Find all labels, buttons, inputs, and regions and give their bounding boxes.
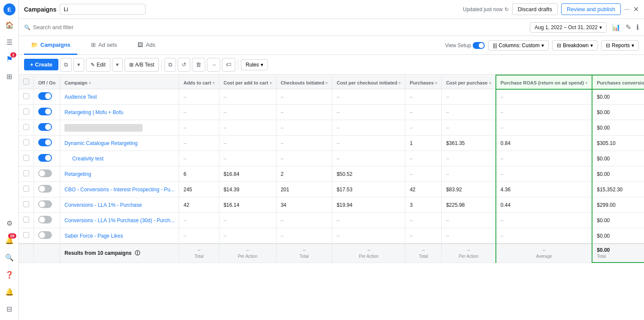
ads-icon: 🖼 bbox=[137, 42, 143, 48]
nav-campaigns[interactable]: 📁 Campaigns bbox=[24, 36, 77, 55]
move-button[interactable]: → bbox=[207, 58, 220, 72]
nav-right-controls: View Setup ||| Columns: Custom ▾ ⊟ Break… bbox=[445, 40, 639, 51]
th-purchases[interactable]: Purchases ▾ bbox=[405, 75, 442, 89]
th-cost-checkout[interactable]: Cost per checkout initiated ▾ bbox=[332, 75, 405, 89]
sidebar-home-icon[interactable]: 🏠 bbox=[2, 17, 17, 33]
review-publish-button[interactable]: Review and publish bbox=[561, 3, 621, 15]
row-checkbox[interactable] bbox=[19, 197, 34, 213]
refresh-icon[interactable]: ↻ bbox=[504, 6, 509, 12]
row-cost-per-checkout: – bbox=[332, 120, 405, 136]
table-row: Creativity test–––––––$0.00–– bbox=[19, 151, 644, 166]
nav-bar: 📁 Campaigns ⊞ Ad sets 🖼 Ads View Setup |… bbox=[19, 36, 644, 55]
row-toggle[interactable] bbox=[34, 213, 60, 228]
th-cost-add-to-cart[interactable]: Cost per add to cart ▾ bbox=[219, 75, 276, 89]
row-campaign[interactable]: Dynamic Catalogue Retargeting bbox=[60, 136, 179, 151]
campaigns-icon: 📁 bbox=[31, 42, 38, 48]
row-campaign[interactable]: Retargeting bbox=[60, 166, 179, 182]
row-checkbox[interactable] bbox=[19, 89, 34, 105]
more-options-button[interactable]: ··· bbox=[624, 6, 630, 13]
row-checkbox[interactable] bbox=[19, 228, 34, 244]
row-toggle[interactable] bbox=[34, 182, 60, 197]
th-checkouts[interactable]: Checkouts Initiated ▾ bbox=[276, 75, 332, 89]
row-adds-to-cart: 6 bbox=[179, 166, 219, 182]
discard-drafts-button[interactable]: Discard drafts bbox=[512, 3, 558, 15]
delete-button[interactable]: 🗑 bbox=[192, 58, 205, 72]
row-toggle[interactable] bbox=[34, 228, 60, 244]
row-conv-value: $0.00 bbox=[592, 166, 644, 182]
row-campaign[interactable]: Retargeting | Mofu + Bofu bbox=[60, 105, 179, 120]
sidebar-grid-icon[interactable]: ⊞ bbox=[2, 69, 17, 84]
nav-ad-sets[interactable]: ⊞ Ad sets bbox=[84, 36, 124, 55]
row-campaign[interactable]: Audience Test bbox=[60, 89, 179, 105]
row-conv-value: $305.10 bbox=[592, 136, 644, 151]
th-campaign[interactable]: Campaign ▾ bbox=[60, 75, 179, 89]
row-toggle[interactable] bbox=[34, 89, 60, 105]
row-campaign[interactable]: Conversions - LLA 1% Purchase (30d) - Pu… bbox=[60, 213, 179, 228]
info-circle-icon[interactable]: ℹ bbox=[636, 23, 639, 31]
row-toggle[interactable] bbox=[34, 120, 60, 136]
row-campaign[interactable]: Saber Force - Page Likes bbox=[60, 228, 179, 244]
chart-icon[interactable]: 📊 bbox=[612, 23, 620, 31]
row-toggle[interactable] bbox=[34, 136, 60, 151]
row-campaign[interactable]: ████████████ bbox=[60, 120, 179, 136]
row-checkouts: 2 bbox=[276, 166, 332, 182]
row-checkbox[interactable] bbox=[19, 213, 34, 228]
undo-button[interactable]: ↺ bbox=[178, 58, 190, 72]
close-button[interactable]: ✕ bbox=[633, 5, 639, 13]
campaigns-table-wrap[interactable]: Off / On Campaign ▾ Adds to cart ▾ Cost … bbox=[19, 75, 644, 320]
nav-ads[interactable]: 🖼 Ads bbox=[131, 36, 162, 55]
row-cost-per-checkout: – bbox=[332, 105, 405, 120]
row-campaign[interactable]: Conversions - LLA 1% - Purchase bbox=[60, 197, 179, 213]
th-purchases-conv-value[interactable]: Purchases conversion value ▾ bbox=[592, 75, 644, 89]
total-conv-value: $0.00Total bbox=[592, 244, 644, 263]
campaign-name-input[interactable] bbox=[60, 4, 146, 15]
edit-dropdown-button[interactable]: ▾ bbox=[112, 58, 123, 72]
ab-test-button[interactable]: ⊞ A/B Test bbox=[125, 58, 159, 72]
row-toggle[interactable] bbox=[34, 166, 60, 182]
sidebar-help-icon[interactable]: ❓ bbox=[2, 267, 17, 282]
dropdown-button[interactable]: ▾ bbox=[73, 58, 84, 72]
duplicate-button[interactable]: ⧉ bbox=[60, 58, 72, 72]
sidebar-alert-icon[interactable]: 🔔 bbox=[2, 284, 17, 299]
reports-button[interactable]: ⊟ Reports ▾ bbox=[601, 40, 639, 51]
row-checkbox[interactable] bbox=[19, 151, 34, 166]
row-toggle[interactable] bbox=[34, 197, 60, 213]
columns-button[interactable]: ||| Columns: Custom ▾ bbox=[488, 40, 549, 51]
copy-button[interactable]: ⧉ bbox=[164, 58, 176, 72]
breakdown-button[interactable]: ⊟ Breakdown ▾ bbox=[552, 40, 598, 51]
rules-button[interactable]: Rules ▾ bbox=[241, 59, 268, 70]
row-cost-per-purchase: – bbox=[442, 166, 496, 182]
sidebar-menu-icon[interactable]: ☰ bbox=[2, 34, 17, 50]
edit-button[interactable]: ✎ Edit bbox=[86, 58, 110, 72]
row-cost-per-checkout: $50.52 bbox=[332, 166, 405, 182]
sidebar-search-icon[interactable]: 🔍 bbox=[2, 250, 17, 265]
row-checkbox[interactable] bbox=[19, 120, 34, 136]
tag-button[interactable]: 🏷 bbox=[222, 58, 235, 72]
row-checkbox[interactable] bbox=[19, 182, 34, 197]
create-button[interactable]: + Create bbox=[24, 59, 58, 70]
view-setup-toggle[interactable]: View Setup bbox=[445, 42, 485, 49]
row-toggle[interactable] bbox=[34, 151, 60, 166]
row-checkbox[interactable] bbox=[19, 166, 34, 182]
row-purchases: 3 bbox=[405, 197, 442, 213]
date-range-picker[interactable]: Aug 1, 2022 – Oct 31, 2022 ▾ bbox=[530, 22, 607, 33]
sidebar-table-icon[interactable]: ⊟ bbox=[2, 301, 17, 317]
th-purchase-roas[interactable]: Purchase ROAS (return on ad spend) ▾ bbox=[496, 75, 592, 89]
row-checkbox[interactable] bbox=[19, 136, 34, 151]
total-checkbox bbox=[19, 244, 34, 263]
search-input[interactable] bbox=[33, 24, 105, 30]
search-bar: 🔍 Aug 1, 2022 – Oct 31, 2022 ▾ 📊 ✎ ℹ bbox=[19, 19, 644, 36]
edit-icon[interactable]: ✎ bbox=[626, 23, 631, 31]
sidebar-settings-icon[interactable]: ⚙ bbox=[2, 215, 17, 231]
total-info-icon[interactable]: ⓘ bbox=[135, 250, 140, 256]
row-campaign[interactable]: CBO - Conversions - Interest Prospecting… bbox=[60, 182, 179, 197]
row-toggle[interactable] bbox=[34, 105, 60, 120]
th-cost-purchase[interactable]: Cost per purchase ▾ bbox=[442, 75, 496, 89]
th-adds-to-cart[interactable]: Adds to cart ▾ bbox=[179, 75, 219, 89]
sidebar-flag-icon[interactable]: ⚑ 2 bbox=[2, 51, 17, 67]
row-campaign[interactable]: Creativity test bbox=[60, 151, 179, 166]
header-checkbox[interactable] bbox=[23, 78, 29, 85]
user-avatar[interactable]: E bbox=[3, 3, 15, 15]
sidebar-notification-icon[interactable]: 🔔28 bbox=[2, 232, 17, 248]
row-checkbox[interactable] bbox=[19, 105, 34, 120]
